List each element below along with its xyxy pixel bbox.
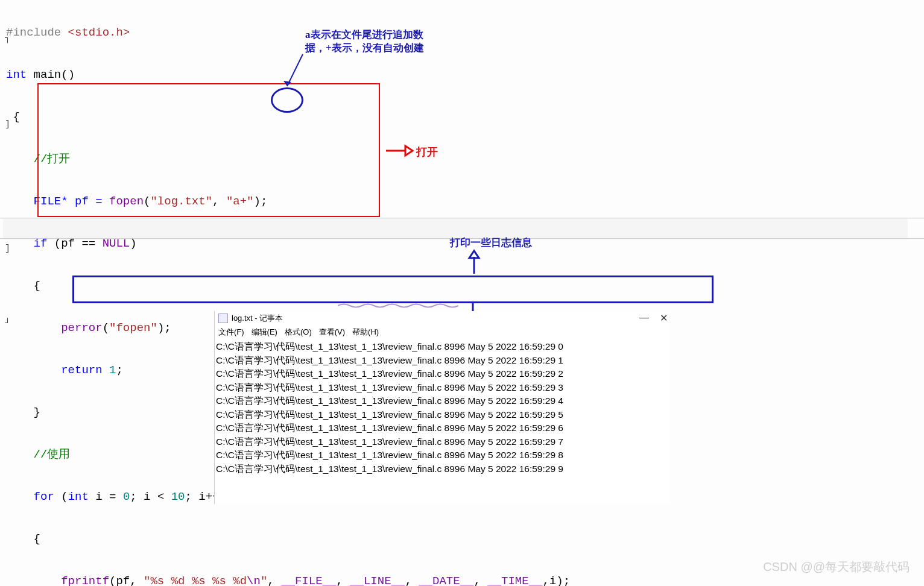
arrow-down-to-circle-icon — [283, 53, 308, 89]
kw-for: for — [6, 490, 54, 503]
paren: ( — [103, 321, 109, 335]
paren: ( — [54, 490, 68, 503]
include-path: <stdio.h> — [61, 26, 130, 39]
args-end: ,i); — [542, 575, 570, 586]
macro-file: __FILE__ — [281, 575, 336, 586]
annot-open-label: 打开 — [416, 145, 438, 159]
notepad-window: log.txt - 记事本 — ✕ 文件(F) 编辑(E) 格式(O) 查看(V… — [214, 311, 670, 504]
highlight-open-box — [37, 83, 380, 217]
kw-return: return — [6, 364, 103, 377]
brace-close: } — [6, 406, 40, 419]
num-1: 1 — [103, 364, 116, 377]
args: (pf, — [109, 575, 144, 586]
svg-line-0 — [287, 54, 303, 86]
notepad-body: C:\C语言学习\代码\test_1_13\test_1_13\review_f… — [215, 339, 670, 477]
func-main: main() — [27, 68, 75, 81]
log-line: C:\C语言学习\代码\test_1_13\test_1_13\review_f… — [216, 381, 669, 395]
cond: ; i < — [130, 490, 171, 503]
paren: ) — [130, 237, 136, 250]
highlight-fprintf-box — [72, 276, 714, 303]
log-line: C:\C语言学习\代码\test_1_13\test_1_13\review_f… — [216, 421, 669, 435]
macro-time: __TIME__ — [487, 575, 542, 586]
log-line: C:\C语言学习\代码\test_1_13\test_1_13\review_f… — [216, 367, 669, 381]
log-line: C:\C语言学习\代码\test_1_13\test_1_13\review_f… — [216, 340, 669, 354]
num-10: 10 — [171, 490, 185, 503]
fn-fprintf: fprintf — [61, 575, 109, 586]
fmt-str: "%s %d %s %s %d — [144, 575, 247, 586]
num-0: 0 — [123, 490, 130, 503]
decl-i: i = — [89, 490, 123, 503]
kw-int: int — [6, 68, 27, 81]
notepad-file-icon — [218, 313, 228, 323]
log-line: C:\C语言学习\代码\test_1_13\test_1_13\review_f… — [216, 408, 669, 422]
comma: , — [336, 575, 350, 586]
indent — [6, 575, 61, 586]
notepad-title-text: log.txt - 记事本 — [232, 313, 283, 324]
comma: , — [473, 575, 487, 586]
str-end: " — [261, 575, 267, 586]
indent — [6, 321, 61, 335]
preproc: #include — [6, 26, 61, 39]
menu-help[interactable]: 帮助(H) — [352, 327, 379, 338]
fn-perror: perror — [61, 321, 102, 335]
arrow-up-blue-icon — [467, 251, 481, 275]
comma: , — [405, 575, 419, 586]
kw-null: NULL — [103, 237, 130, 250]
highlight-mode-circle — [271, 87, 303, 113]
macro-date: __DATE__ — [419, 575, 473, 586]
menu-view[interactable]: 查看(V) — [319, 327, 345, 338]
brace-open: { — [6, 279, 40, 292]
menu-file[interactable]: 文件(F) — [218, 327, 244, 338]
notepad-menubar: 文件(F) 编辑(E) 格式(O) 查看(V) 帮助(H) — [215, 326, 670, 339]
cond: (pf == — [47, 237, 102, 250]
squiggle-icon — [338, 303, 458, 309]
str-fopen: "fopen" — [109, 321, 157, 335]
log-line: C:\C语言学习\代码\test_1_13\test_1_13\review_f… — [216, 435, 669, 449]
notepad-titlebar: log.txt - 记事本 — ✕ — [215, 311, 670, 326]
macro-line: __LINE__ — [350, 575, 405, 586]
log-line: C:\C语言学习\代码\test_1_13\test_1_13\review_f… — [216, 354, 669, 368]
kw-if: if — [6, 237, 47, 250]
window-close-button[interactable]: ✕ — [660, 312, 668, 324]
watermark: CSDN @@每天都要敲代码 — [763, 559, 910, 575]
escape-n: \n — [247, 575, 261, 586]
annot-log-note: 打印一些日志信息 — [450, 236, 532, 250]
comma: , — [267, 575, 281, 586]
annot-line1: a表示在文件尾进行追加数 — [305, 29, 423, 40]
menu-format[interactable]: 格式(O) — [285, 327, 312, 338]
kw-int: int — [68, 490, 89, 503]
brace-open: { — [6, 110, 20, 124]
comment-use: //使用 — [6, 448, 70, 461]
svg-marker-1 — [283, 81, 291, 86]
log-line: C:\C语言学习\代码\test_1_13\test_1_13\review_f… — [216, 462, 669, 476]
arrow-right-red-icon — [385, 143, 413, 158]
log-line: C:\C语言学习\代码\test_1_13\test_1_13\review_f… — [216, 449, 669, 462]
semicolon: ; — [116, 364, 122, 377]
svg-marker-3 — [405, 146, 413, 156]
annot-mode-note: a表示在文件尾进行追加数 据，+表示，没有自动创建 — [305, 28, 424, 55]
paren-close: ); — [157, 321, 171, 335]
brace-open: { — [6, 532, 40, 546]
log-line: C:\C语言学习\代码\test_1_13\test_1_13\review_f… — [216, 394, 669, 408]
menu-edit[interactable]: 编辑(E) — [252, 327, 277, 338]
window-minimize-button[interactable]: — — [639, 312, 649, 324]
annot-line2: 据，+表示，没有自动创建 — [305, 42, 424, 54]
